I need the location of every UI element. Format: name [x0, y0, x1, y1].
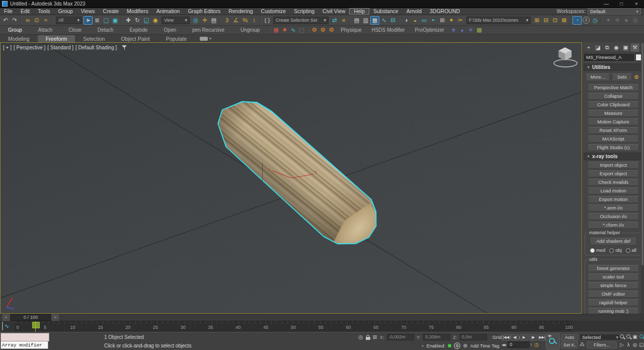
menu-item[interactable]: Customize [257, 8, 290, 15]
render-icon[interactable]: ◓ [429, 16, 438, 25]
menu-item[interactable]: Substance [369, 8, 403, 15]
group-menu-button[interactable]: Open [156, 27, 184, 33]
mirror-icon[interactable]: ⇄ [330, 16, 339, 25]
selection-lock-icon[interactable] [366, 337, 370, 340]
frame-spinner[interactable]: ↕ [530, 342, 532, 347]
select-scale-icon[interactable]: ◱ [142, 16, 151, 25]
material-editor-icon[interactable]: ◑ [401, 16, 411, 25]
bind-to-spacewarp-icon[interactable]: ≈ [41, 16, 50, 25]
selection-filter-dropdown[interactable]: All ▾ [56, 17, 82, 24]
z-coordinate-field[interactable]: 0,0m [460, 334, 487, 340]
orbit-icon[interactable]: ◎ [632, 341, 638, 348]
frame-step-arrows[interactable]: ◀▶ [502, 343, 507, 347]
project-gear-icon[interactable]: ⊞ [532, 16, 541, 25]
marquee-tool-icon[interactable]: ▢ [297, 27, 306, 33]
render-setup-icon[interactable]: ◒ [411, 16, 420, 25]
menu-item[interactable]: Animation [152, 8, 184, 15]
spray-icon[interactable]: ✹ [280, 27, 289, 33]
use-pivot-center-icon[interactable]: ◎ [191, 16, 200, 25]
menu-item[interactable]: Rendering [224, 8, 257, 15]
select-rotate-icon[interactable]: ↻ [133, 16, 142, 25]
zoom-region-icon[interactable] [638, 333, 644, 340]
angle-snap-icon[interactable]: ∠ [231, 16, 240, 25]
sphere-tool-icon[interactable]: ● [458, 27, 466, 33]
hierarchy-tab[interactable]: ⧉ [603, 44, 611, 51]
utility-button[interactable]: Reset XForm [588, 127, 639, 134]
select-place-icon[interactable]: ◉ [151, 16, 160, 25]
xray-tools-rollout-header[interactable]: ▼ x-ray tools [584, 153, 643, 160]
current-frame-field[interactable]: 0 [508, 341, 529, 348]
configure-button-sets-icon[interactable]: ⚙ [634, 74, 639, 81]
scene-explorer-icon[interactable]: ▤ [352, 16, 361, 25]
curve-editor-icon[interactable]: ∿ [379, 16, 388, 25]
layer-explorer-icon[interactable]: ▥ [361, 16, 370, 25]
rendered-frame-icon[interactable]: ▭ [420, 16, 429, 25]
y-coordinate-field[interactable]: 0,308m [423, 334, 450, 340]
radio-option[interactable]: all [626, 248, 636, 253]
scissors-icon[interactable]: ✂ [456, 16, 465, 25]
group-menu-button[interactable]: Explode [121, 27, 155, 33]
render-flyout-icon[interactable]: ⊞ [438, 16, 447, 25]
menu-item[interactable]: Modifiers [123, 8, 152, 15]
macro-recorder-field[interactable] [1, 333, 49, 341]
save-scene-icon[interactable]: ⊡ [550, 16, 559, 25]
filters-button[interactable]: Filters... [587, 341, 617, 348]
magic-wand-icon[interactable]: ✦ [447, 16, 456, 25]
viewport-pov-menu[interactable]: [ Perspective ] [14, 45, 45, 50]
next-frame-button[interactable]: > [52, 314, 59, 321]
utility-button[interactable]: Measure [588, 110, 639, 117]
maximize-viewport-icon[interactable]: ◱ [638, 341, 644, 348]
group-menu-button[interactable]: Group [0, 27, 30, 33]
import-scene-icon[interactable]: ⊠ [559, 16, 569, 25]
star-tool-icon[interactable]: ✯ [449, 27, 458, 33]
utilities-tab[interactable]: ⚒ [631, 44, 639, 51]
select-and-link-icon[interactable]: ∞ [23, 16, 32, 25]
world-icon[interactable]: ⊕ [463, 342, 467, 349]
workspace-dropdown[interactable]: Default ▾ [588, 8, 641, 15]
autosave-icon[interactable]: ◔ [573, 16, 582, 25]
pan-icon[interactable]: ▷ [619, 341, 625, 348]
key-mode-toggle-icon[interactable]: ◷ [534, 342, 539, 347]
leopard-icon-2[interactable]: ❂ [318, 27, 327, 33]
radio-option[interactable]: med [590, 248, 605, 253]
percent-snap-icon[interactable]: % [240, 16, 250, 25]
snap-toggle-3d-icon[interactable]: 3 [222, 16, 231, 25]
ribbon-tab[interactable]: Object Paint [113, 35, 157, 42]
utils-button[interactable]: simple fence [588, 282, 639, 289]
go-start-icon[interactable]: |◀◀ [502, 334, 510, 341]
rect-selection-region-icon[interactable]: ▢ [102, 16, 111, 25]
spline-tool-icon[interactable]: ∿ [289, 27, 297, 33]
viewport-shading-menu[interactable]: [ Default Shading ] [75, 45, 117, 50]
utils-button[interactable]: forest generator [588, 265, 639, 272]
menu-item[interactable]: Create [99, 8, 123, 15]
sets-button[interactable]: Sets [612, 74, 632, 81]
walk-through-icon[interactable]: λ [625, 341, 631, 348]
prev-frame-button[interactable]: < [3, 314, 10, 321]
menu-item[interactable]: Edit [17, 8, 34, 15]
select-by-name-icon[interactable]: ≣ [93, 16, 102, 25]
group-menu-button[interactable]: pen Recursive [184, 27, 232, 33]
window-crossing-icon[interactable]: ▣ [111, 16, 120, 25]
open-folder-icon[interactable]: ⊟ [541, 16, 550, 25]
named-selection-sets-icon[interactable]: { } [263, 16, 272, 25]
view-cube[interactable] [552, 46, 578, 69]
key-filter-dropdown[interactable]: Selected ▾ [580, 334, 621, 340]
maxscript-listener-field[interactable]: Array modifier [1, 341, 48, 349]
select-object-icon[interactable]: ➤ [84, 16, 93, 25]
coordinate-system-dropdown[interactable]: View ▾ [162, 17, 190, 24]
xray-button[interactable]: *.cform i/o [588, 222, 639, 229]
minimize-button[interactable]: — [599, 1, 614, 8]
motion-tab[interactable]: ◉ [612, 44, 620, 51]
menu-item[interactable]: Group [54, 8, 77, 15]
schedule-icon[interactable]: ◷ [591, 16, 600, 25]
group-menu-button[interactable]: Ungroup [232, 27, 268, 33]
leopard-icon-1[interactable]: ❂ [310, 27, 318, 33]
utility-button[interactable]: Perspective Match [588, 84, 639, 91]
xray-button[interactable]: *.anm i/o [588, 204, 639, 212]
modifier-button[interactable]: ProOptimizer [410, 27, 449, 33]
spinner-snap-icon[interactable]: ↕ [250, 16, 259, 25]
time-display-field[interactable]: 0 / 100 [11, 314, 51, 321]
panel-scrollbar-thumb[interactable] [641, 43, 643, 265]
viewport-general-menu[interactable]: [ + ] [3, 45, 12, 50]
menu-item[interactable]: File [0, 8, 17, 15]
